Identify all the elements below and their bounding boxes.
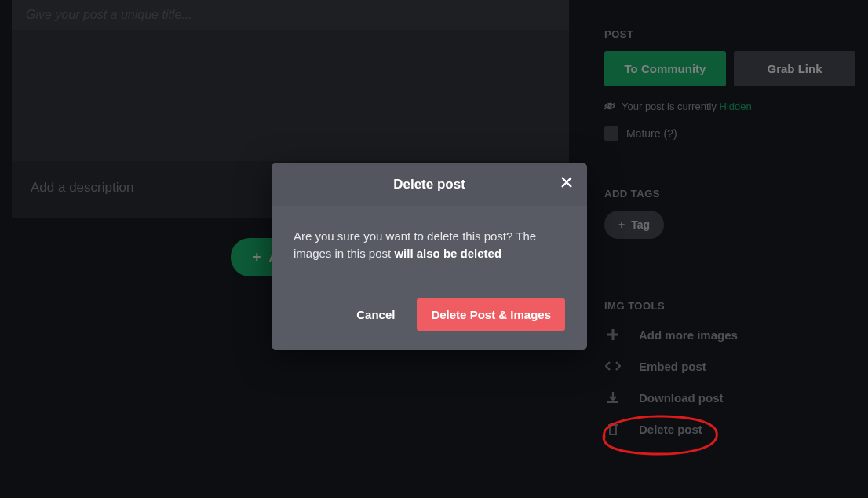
close-icon[interactable] xyxy=(560,176,573,192)
delete-confirm-button[interactable]: Delete Post & Images xyxy=(417,298,565,331)
modal-title: Delete post xyxy=(287,177,571,192)
modal-body-text: Are you sure you want to delete this pos… xyxy=(294,228,565,262)
delete-post-modal: Delete post Are you sure you want to del… xyxy=(272,163,587,350)
cancel-button[interactable]: Cancel xyxy=(356,308,395,321)
